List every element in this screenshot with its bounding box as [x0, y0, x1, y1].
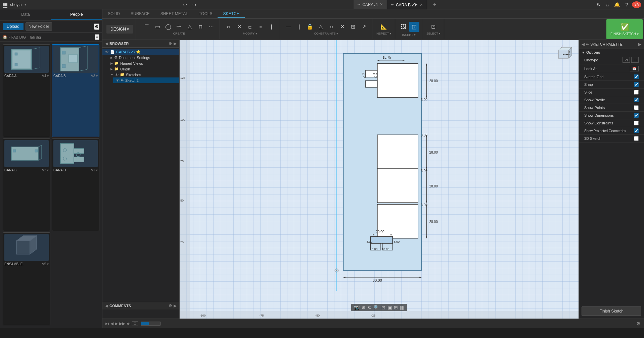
insert-image-tool[interactable]: 🖼	[399, 23, 409, 31]
design-button[interactable]: DESIGN ▾	[106, 25, 133, 34]
circle-tool[interactable]: ◯	[163, 23, 173, 31]
mirror-tool[interactable]: |	[266, 23, 276, 31]
finish-sketch-button[interactable]: ✅ FINISH SKETCH ▾	[606, 19, 643, 39]
triangle-tool[interactable]: △	[185, 23, 195, 31]
vp-camera-btn[interactable]: 📷	[354, 305, 360, 310]
constraint-tri[interactable]: △	[316, 23, 326, 31]
tab-sketch[interactable]: SKETCH	[218, 10, 245, 18]
insert-active-tool[interactable]: ⊡	[409, 22, 419, 32]
spline-tool[interactable]: 〜	[174, 23, 184, 31]
vp-orbit-btn[interactable]: ↻	[368, 305, 372, 310]
forward-icon[interactable]: ↪	[191, 1, 198, 8]
sidebar-tab-data[interactable]: Data	[0, 9, 51, 20]
home-icon[interactable]: ⌂	[605, 1, 610, 8]
rect-tool[interactable]: ▭	[152, 23, 163, 31]
vp-fit-btn[interactable]: ⊕	[362, 305, 366, 310]
constraint-frame[interactable]: ⊞	[348, 23, 358, 31]
scale-tool[interactable]: ≡	[256, 24, 266, 30]
showpoints-checkbox[interactable]	[634, 105, 639, 110]
fab-dig-breadcrumb[interactable]: FAB DIG	[11, 35, 26, 39]
notify-icon[interactable]: 🔔	[613, 1, 621, 8]
comments-collapse-btn[interactable]: ◀	[105, 303, 108, 308]
tree-cara-b-root[interactable]: 👁 📄 CARA B v3 ⭐	[102, 49, 179, 55]
skip-start-btn[interactable]: ⏮	[105, 321, 109, 326]
vp-panel-btn[interactable]: ▦	[400, 305, 404, 310]
constraint-lock[interactable]: 🔒	[305, 23, 315, 31]
tree-sketch2[interactable]: 👁 ✏ Sketch2	[113, 77, 179, 83]
skip-end-btn[interactable]: ⏭	[127, 321, 131, 326]
tree-origin[interactable]: ▶ 📁 Origin	[108, 66, 179, 72]
file-cara-d[interactable]: CARA D V1 ▾	[52, 138, 99, 231]
close-icon[interactable]: ✕	[380, 2, 383, 7]
vp-window-btn[interactable]: ⊡	[381, 305, 385, 310]
sidebar-tab-people[interactable]: People	[51, 9, 102, 20]
upload-button[interactable]: Upload	[3, 23, 24, 30]
bottom-settings-btn[interactable]: ⚙	[636, 320, 641, 327]
add-tab-button[interactable]: +	[430, 2, 440, 8]
new-folder-button[interactable]: New Folder	[26, 22, 52, 31]
tree-sketches[interactable]: ▼ 👁 📁 Sketches	[108, 72, 179, 77]
linetype-icon1[interactable]: ◁	[623, 57, 630, 63]
measure-tool[interactable]: 📐	[379, 23, 389, 31]
browser-expand-btn[interactable]: ▶	[174, 41, 177, 46]
tab-sheet-metal[interactable]: SHEET METAL	[155, 10, 193, 18]
grid-icon[interactable]	[3, 1, 7, 8]
constraint-cross[interactable]: ✕	[337, 23, 347, 31]
constraint-circ[interactable]: ○	[326, 23, 336, 31]
linetype-icon2[interactable]: ⊞	[631, 57, 639, 63]
constraint-v[interactable]: |	[294, 23, 304, 31]
file-cara-c[interactable]: CARA C V2 ▾	[3, 138, 50, 231]
user-label[interactable]: sheyla	[10, 2, 22, 7]
next-btn[interactable]: ▶▶	[119, 321, 125, 326]
sketch-svg[interactable]: 60.00 28.00 28.00 28.00	[190, 40, 579, 311]
slice-checkbox[interactable]	[634, 90, 639, 95]
help-icon[interactable]: ?	[624, 1, 629, 8]
dropdown-icon[interactable]: ▾	[25, 3, 26, 6]
comments-expand-btn[interactable]: ▶	[174, 303, 177, 308]
play-btn[interactable]: ▶	[115, 321, 118, 326]
folder-settings-icon[interactable]: ⚙	[95, 34, 99, 40]
file-cara-a[interactable]: CARA A V4 ▾	[3, 44, 50, 137]
close-icon2[interactable]: ✕	[420, 3, 423, 7]
file-ensamble[interactable]: ENSAMBLE. V5 ▾	[3, 232, 50, 325]
vp-grid-btn[interactable]: ⊞	[394, 305, 398, 310]
lookat-btn[interactable]: 📅	[630, 66, 639, 71]
avatar[interactable]: SA	[632, 1, 641, 8]
trim-tool[interactable]: ✕	[234, 23, 244, 31]
snap-checkbox[interactable]	[634, 82, 639, 87]
sketchgrid-checkbox[interactable]	[634, 74, 639, 79]
tab-solid[interactable]: SOLID	[102, 10, 125, 18]
3dsketch-checkbox[interactable]	[634, 136, 639, 141]
tree-doc-settings[interactable]: ▶ ⚙ Document Settings	[108, 55, 179, 60]
tab-surface[interactable]: SURFACE	[125, 10, 155, 18]
refresh-icon[interactable]: ↻	[595, 1, 602, 8]
fab-dig-sub-breadcrumb[interactable]: fab dig	[30, 35, 41, 39]
tab-carav4[interactable]: ✏ CARAv4 ✕	[354, 0, 387, 10]
vp-display-btn[interactable]: ▣	[387, 305, 392, 310]
canvas-area[interactable]: RIGHT Z ✕ 125 100 75 50 25 -100 -75	[180, 40, 579, 319]
browser-collapse-btn[interactable]: ◀	[105, 41, 108, 46]
showprojected-checkbox[interactable]	[634, 128, 639, 133]
offset-tool[interactable]: ⊏	[245, 24, 255, 30]
tab-tools[interactable]: TOOLS	[193, 10, 218, 18]
home-breadcrumb[interactable]: 🏠	[3, 35, 7, 39]
palette-expand-btn[interactable]: ▶	[638, 42, 641, 47]
palette-collapse-btn[interactable]: ◀	[582, 42, 585, 47]
comments-settings-btn[interactable]: ⚙	[169, 303, 172, 308]
browser-filter-btn[interactable]: ⚙	[169, 41, 172, 46]
showprofile-checkbox[interactable]	[634, 98, 639, 102]
fillet-tool[interactable]: ✂	[223, 24, 233, 30]
prev-btn[interactable]: ◀	[110, 321, 113, 326]
back-icon[interactable]: ↩	[182, 1, 188, 8]
window-select-tool[interactable]: ⊡	[428, 23, 439, 31]
vp-zoom-btn[interactable]: 🔍	[374, 305, 379, 310]
slot-tool[interactable]: ⊓	[195, 23, 205, 31]
settings-icon[interactable]: ⚙	[94, 23, 99, 30]
arc-tool[interactable]: ⌒	[142, 23, 152, 31]
file-cara-b[interactable]: CARA B V3 ▾	[52, 44, 99, 137]
showdimensions-checkbox[interactable]	[634, 113, 639, 118]
tree-named-views[interactable]: ▶ 📁 Named Views	[108, 60, 179, 66]
showconstraints-checkbox[interactable]	[634, 121, 639, 125]
finish-sketch-bottom-button[interactable]: Finish Sketch	[582, 306, 641, 316]
record-btn[interactable]: ⊡	[132, 321, 138, 326]
